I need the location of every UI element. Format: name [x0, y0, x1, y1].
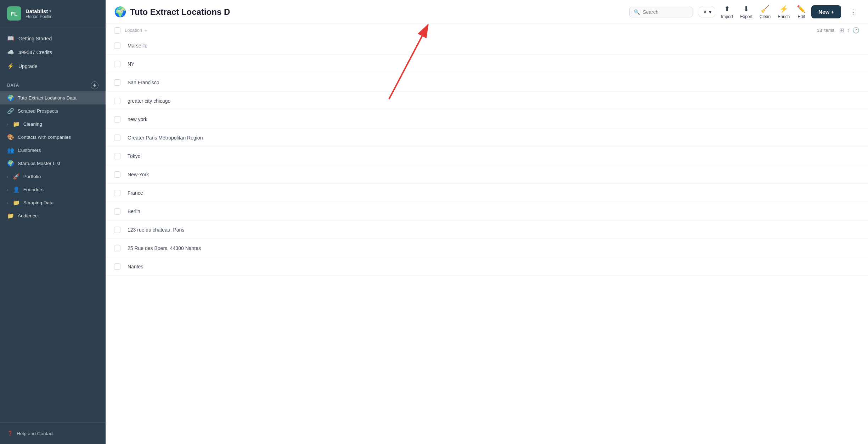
- data-item-label: Founders: [23, 187, 44, 192]
- page-title: Tuto Extract Locations D: [130, 7, 230, 17]
- sidebar-nav-label: Upgrade: [18, 63, 38, 69]
- export-icon: ⬇: [743, 5, 749, 13]
- toolbar: 🌍 Tuto Extract Locations D 🔍 ⛛ ▾ ⬆ Impor…: [106, 0, 868, 24]
- table-row: Tokyo: [106, 147, 868, 165]
- sidebar-item-tuto-extract[interactable]: 🌍 Tuto Extract Locations Data: [0, 91, 106, 104]
- sidebar-item-getting-started[interactable]: 📖 Getting Started: [0, 32, 106, 45]
- add-column-button[interactable]: +: [144, 27, 147, 34]
- link-icon: 🔗: [7, 108, 14, 114]
- row-checkbox[interactable]: [114, 263, 120, 270]
- columns-view-button[interactable]: ⊞: [839, 27, 844, 34]
- globe-title-icon: 🌍: [114, 6, 126, 18]
- enrich-button[interactable]: ⚡ Enrich: [778, 5, 790, 19]
- cell-location: Nantes: [128, 264, 859, 269]
- search-icon: 🔍: [634, 9, 640, 15]
- view-controls: ⊞ ↕ 🕐: [839, 27, 859, 34]
- select-all-checkbox[interactable]: [114, 27, 120, 34]
- expand-arrow-icon: ›: [7, 201, 9, 205]
- edit-button[interactable]: ✏️ Edit: [797, 5, 806, 19]
- sidebar-nav-label: Getting Started: [18, 36, 52, 41]
- import-label: Import: [721, 14, 733, 19]
- folder-icon: 📁: [13, 121, 20, 127]
- sidebar-item-audience[interactable]: 📁 Audience: [0, 209, 106, 222]
- cell-location: 25 Rue des Boers, 44300 Nantes: [128, 245, 859, 251]
- row-checkbox[interactable]: [114, 61, 120, 67]
- globe2-icon: 🌍: [7, 160, 14, 167]
- sidebar-item-startups-master[interactable]: 🌍 Startups Master List: [0, 157, 106, 170]
- table-row: France: [106, 184, 868, 202]
- new-button-label: New +: [818, 9, 834, 15]
- data-item-label: Contacts with companies: [18, 135, 71, 140]
- table-row: Greater Paris Metropolitan Region: [106, 129, 868, 147]
- sidebar-item-cleaning[interactable]: › 📁 Cleaning: [0, 118, 106, 131]
- sort-button[interactable]: ↕: [847, 27, 850, 34]
- clean-button[interactable]: 🧹 Clean: [760, 5, 771, 19]
- toolbar-actions: ⬆ Import ⬇ Export 🧹 Clean ⚡ Enrich ✏️ Ed…: [721, 5, 806, 19]
- row-checkbox[interactable]: [114, 116, 120, 123]
- row-checkbox[interactable]: [114, 135, 120, 141]
- row-checkbox[interactable]: [114, 227, 120, 233]
- data-item-label: Cleaning: [23, 121, 42, 127]
- clean-label: Clean: [760, 14, 771, 19]
- data-item-label: Scraped Prospects: [18, 108, 58, 114]
- history-button[interactable]: 🕐: [852, 27, 859, 34]
- enrich-icon: ⚡: [779, 5, 788, 13]
- edit-label: Edit: [797, 14, 805, 19]
- sidebar-item-contacts-companies[interactable]: 🎨 Contacts with companies: [0, 131, 106, 144]
- cell-location: Berlin: [128, 209, 859, 214]
- new-button[interactable]: New +: [811, 5, 841, 18]
- table-row: 123 rue du chateau, Paris: [106, 221, 868, 239]
- sidebar-header[interactable]: FL Datablist ▾ Florian Poullin: [0, 0, 106, 27]
- column-header-location: Location +: [125, 27, 148, 34]
- folder2-icon: 📁: [13, 199, 20, 206]
- row-checkbox[interactable]: [114, 79, 120, 86]
- data-item-label: Portfolio: [23, 174, 41, 179]
- section-label: Data: [7, 83, 19, 88]
- lightning-icon: ⚡: [7, 63, 14, 69]
- add-data-button[interactable]: +: [91, 81, 98, 89]
- cell-location: Greater Paris Metropolitan Region: [128, 135, 859, 141]
- sidebar-item-portfolio[interactable]: › 🚀 Portfolio: [0, 170, 106, 183]
- table-row: Berlin: [106, 202, 868, 221]
- cell-location: 123 rue du chateau, Paris: [128, 227, 859, 233]
- more-options-button[interactable]: ⋮: [847, 6, 859, 18]
- row-checkbox[interactable]: [114, 98, 120, 104]
- table-row: NY: [106, 55, 868, 73]
- row-checkbox[interactable]: [114, 208, 120, 215]
- table-row: New-York: [106, 165, 868, 184]
- cell-location: New-York: [128, 172, 859, 177]
- sidebar-item-credits[interactable]: ☁️ 499047 Credits: [0, 45, 106, 59]
- import-icon: ⬆: [724, 5, 730, 13]
- row-checkbox[interactable]: [114, 153, 120, 159]
- filter-chevron-icon: ▾: [709, 9, 711, 15]
- rocket-icon: 🚀: [13, 173, 20, 180]
- cell-location: greater city chicago: [128, 98, 859, 104]
- sidebar-footer: ❓ Help and Contact: [0, 422, 106, 444]
- export-button[interactable]: ⬇ Export: [740, 5, 753, 19]
- import-button[interactable]: ⬆ Import: [721, 5, 733, 19]
- data-item-label: Audience: [18, 213, 38, 218]
- sidebar-item-help[interactable]: ❓ Help and Contact: [7, 428, 98, 439]
- avatar: FL: [7, 6, 21, 21]
- filter-button[interactable]: ⛛ ▾: [699, 7, 715, 17]
- sidebar-item-founders[interactable]: › 👤 Founders: [0, 183, 106, 196]
- search-input[interactable]: [643, 9, 685, 15]
- expand-arrow-icon: ›: [7, 122, 9, 126]
- search-bar[interactable]: 🔍: [629, 7, 693, 17]
- cell-location: France: [128, 190, 859, 196]
- sidebar-item-customers[interactable]: 👥 Customers: [0, 144, 106, 157]
- main-content: 🌍 Tuto Extract Locations D 🔍 ⛛ ▾ ⬆ Impor…: [106, 0, 868, 444]
- table-row: new york: [106, 110, 868, 129]
- sidebar-item-scraped-prospects[interactable]: 🔗 Scraped Prospects: [0, 104, 106, 118]
- cell-location: Tokyo: [128, 153, 859, 159]
- row-checkbox[interactable]: [114, 245, 120, 251]
- table-row: Nantes: [106, 257, 868, 276]
- data-item-label: Startups Master List: [18, 161, 60, 166]
- sidebar-item-upgrade[interactable]: ⚡ Upgrade: [0, 59, 106, 73]
- expand-arrow-icon: ›: [7, 175, 9, 179]
- sidebar-item-scraping-data[interactable]: › 📁 Scraping Data: [0, 196, 106, 209]
- row-checkbox[interactable]: [114, 42, 120, 49]
- row-checkbox[interactable]: [114, 171, 120, 178]
- data-section-header: Data +: [0, 77, 106, 91]
- row-checkbox[interactable]: [114, 190, 120, 196]
